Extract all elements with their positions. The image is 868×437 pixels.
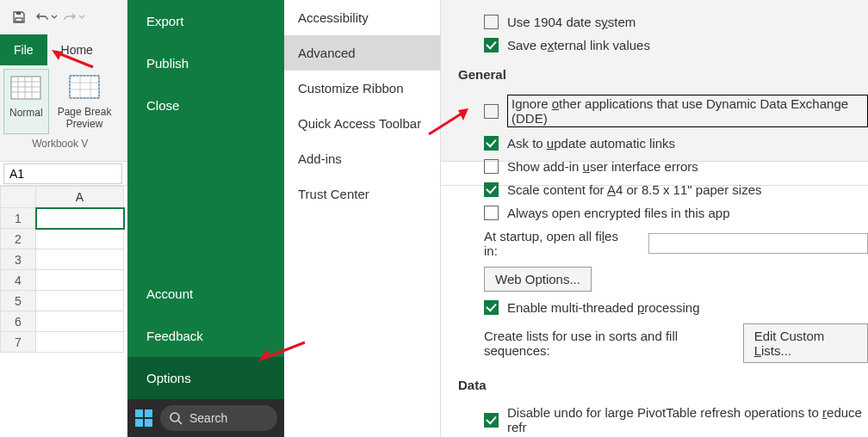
svg-rect-18 [145, 419, 152, 427]
optcat-trust-center[interactable]: Trust Center [284, 176, 440, 212]
cell-a1[interactable] [36, 208, 124, 229]
checkbox-ask-update[interactable] [484, 136, 499, 151]
undo-button[interactable] [34, 5, 59, 29]
cell[interactable] [36, 270, 124, 291]
cell[interactable] [36, 249, 124, 270]
cell[interactable] [36, 291, 124, 311]
ribbon-group-label: Workbook V [32, 138, 88, 150]
normal-view-label: Normal [9, 108, 43, 120]
label-use-1904: Use 1904 date system [507, 15, 636, 29]
button-edit-custom-lists[interactable]: Edit Custom Lists... [743, 323, 868, 363]
page-break-label: Page Break Preview [58, 107, 112, 131]
label-startup-open: At startup, open all files in: [484, 229, 633, 258]
backstage-publish[interactable]: Publish [127, 42, 284, 84]
windows-start-icon[interactable] [134, 409, 153, 428]
backstage-account[interactable]: Account [127, 273, 284, 315]
row-header[interactable]: 2 [0, 229, 36, 249]
label-enable-multithread: Enable multi-threaded processing [507, 300, 699, 315]
tab-home[interactable]: Home [47, 34, 107, 65]
checkbox-show-addin-errors[interactable] [484, 159, 499, 174]
row-header[interactable]: 4 [0, 270, 36, 291]
page-break-icon [68, 72, 101, 105]
chevron-down-icon [78, 14, 85, 21]
checkbox-always-encrypted[interactable] [484, 206, 499, 220]
label-show-addin-errors: Show add-in user interface errors [507, 159, 698, 174]
label-disable-undo-pivot: Disable undo for large PivotTable refres… [507, 405, 868, 434]
select-all-corner[interactable] [0, 186, 36, 208]
backstage-close[interactable]: Close [127, 84, 284, 126]
label-ignore-dde: Ignore other applications that use Dynam… [507, 95, 868, 127]
input-startup-path[interactable] [648, 233, 868, 254]
row-header[interactable]: 5 [0, 291, 36, 311]
row-header[interactable]: 1 [0, 208, 36, 229]
row-header[interactable]: 6 [0, 311, 36, 332]
checkbox-disable-undo-pivot[interactable] [484, 413, 499, 428]
label-scale-content: Scale content for A4 or 8.5 x 11" paper … [507, 182, 762, 197]
options-panel: Use 1904 date system Save external link … [441, 0, 868, 437]
backstage-menu: Export Publish Close Account Feedback Op… [127, 0, 284, 437]
svg-rect-16 [145, 409, 152, 417]
label-create-lists: Create lists for use in sorts and fill s… [484, 329, 728, 358]
svg-line-20 [178, 421, 182, 424]
section-data: Data [458, 378, 868, 392]
button-web-options[interactable]: Web Options... [484, 267, 592, 292]
row-header[interactable]: 7 [0, 332, 36, 353]
svg-rect-2 [11, 77, 40, 99]
col-header-a[interactable]: A [36, 186, 124, 208]
checkbox-save-external[interactable] [484, 38, 499, 52]
optcat-quick-access-toolbar[interactable]: Quick Access Toolbar [284, 106, 440, 141]
label-save-external: Save external link values [507, 38, 650, 52]
redo-button [62, 5, 86, 29]
cell[interactable] [36, 311, 124, 332]
ribbon-group-views: Normal Page Break Preview Workbook V [3, 69, 116, 150]
chevron-down-icon[interactable] [51, 14, 58, 21]
checkbox-ignore-dde[interactable] [484, 104, 499, 119]
row-header[interactable]: 3 [0, 249, 36, 270]
backstage-feedback[interactable]: Feedback [127, 315, 284, 357]
windows-taskbar: Search [127, 399, 284, 437]
taskbar-search[interactable]: Search [160, 405, 277, 431]
label-ask-update: Ask to update automatic links [507, 136, 675, 151]
normal-view-button[interactable]: Normal [3, 69, 49, 134]
checkbox-scale-content[interactable] [484, 182, 499, 197]
options-categories: Accessibility Advanced Customize Ribbon … [284, 0, 441, 437]
svg-rect-9 [70, 76, 99, 98]
page-break-preview-button[interactable]: Page Break Preview [53, 69, 117, 134]
save-icon[interactable] [7, 5, 31, 29]
optcat-customize-ribbon[interactable]: Customize Ribbon [284, 71, 440, 106]
checkbox-enable-multithread[interactable] [484, 300, 499, 315]
label-always-encrypted: Always open encrypted files in this app [507, 206, 729, 220]
section-general: General [458, 67, 868, 82]
search-icon [169, 411, 183, 425]
checkbox-use-1904[interactable] [484, 15, 499, 29]
optcat-add-ins[interactable]: Add-ins [284, 141, 440, 176]
cell[interactable] [36, 229, 124, 249]
svg-rect-1 [16, 12, 21, 15]
svg-rect-17 [135, 419, 143, 427]
optcat-advanced[interactable]: Advanced [284, 35, 440, 71]
search-placeholder: Search [189, 411, 227, 425]
svg-rect-15 [135, 409, 143, 417]
tab-file[interactable]: File [0, 34, 47, 65]
svg-point-19 [170, 413, 179, 422]
svg-rect-0 [16, 18, 22, 22]
grid-icon [9, 73, 42, 106]
optcat-accessibility[interactable]: Accessibility [284, 0, 440, 35]
backstage-options[interactable]: Options [127, 357, 284, 399]
cell[interactable] [36, 332, 124, 353]
name-box[interactable] [3, 163, 122, 184]
backstage-export[interactable]: Export [127, 0, 284, 42]
